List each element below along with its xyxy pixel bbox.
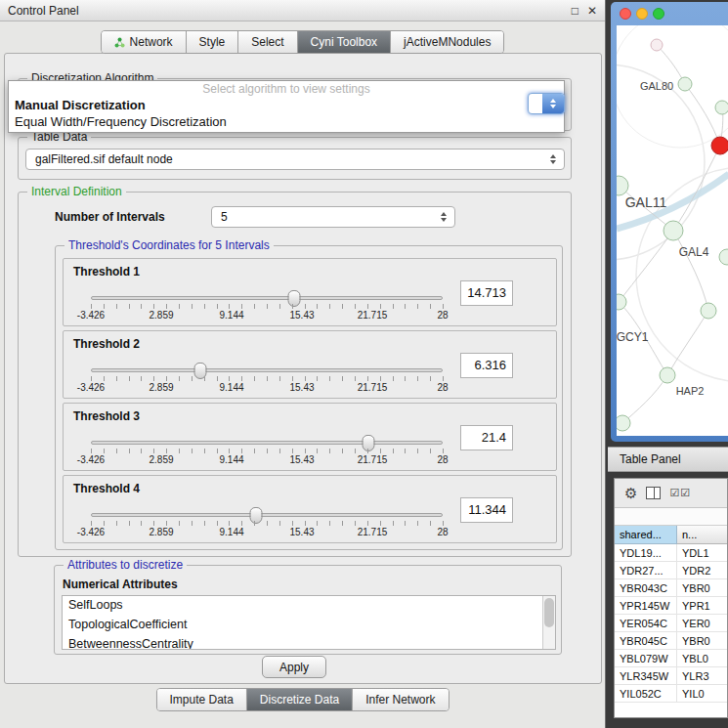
slider-scale: -3.4262.8599.14415.4321.71528	[91, 454, 443, 466]
numerical-attributes-list[interactable]: SelfLoopsTopologicalCoefficientBetweenne…	[62, 595, 556, 650]
column-header-name[interactable]: n...	[677, 526, 727, 544]
close-window-icon[interactable]: ✕	[587, 4, 597, 18]
table-row[interactable]: YDR27...YDR2	[615, 562, 727, 579]
slider-tick-label: 9.144	[219, 310, 243, 321]
list-scrollbar[interactable]	[542, 596, 555, 649]
algorithm-combobox[interactable]	[528, 93, 565, 114]
tab-network[interactable]: Network	[102, 31, 187, 53]
attribute-list-item[interactable]: BetweennessCentrality	[63, 635, 555, 650]
threshold-value-input[interactable]: 11.344	[460, 497, 513, 523]
column-header-shared-name[interactable]: shared...	[615, 526, 677, 544]
node-label: GCY1	[617, 330, 648, 344]
tab-discretize-data[interactable]: Discretize Data	[247, 689, 353, 710]
threshold-slider[interactable]	[91, 296, 443, 300]
threshold-slider[interactable]	[91, 368, 443, 372]
table-cell-name: YLR3	[677, 667, 727, 684]
window-title: Control Panel	[8, 4, 79, 18]
table-toolbar-gap	[615, 508, 727, 526]
table-cell-shared-name: YER054C	[615, 615, 677, 631]
apply-button[interactable]: Apply	[262, 656, 326, 678]
table-rows: YDL19...YDL1YDR27...YDR2YBR043CYBR0YPR14…	[615, 544, 727, 717]
table-cell-name: YDL1	[677, 544, 727, 561]
table-cell-shared-name: YBR043C	[615, 579, 677, 596]
slider-tick-label: 9.144	[219, 454, 243, 465]
table-row[interactable]: YBR045CYBR0	[615, 632, 727, 650]
columns-icon[interactable]	[646, 487, 661, 499]
slider-ticks	[91, 521, 444, 526]
tab-infer-network[interactable]: Infer Network	[353, 689, 448, 710]
arrow-up-icon	[550, 99, 556, 103]
node-label: HAP2	[676, 385, 705, 397]
slider-tick-label: -3.426	[77, 382, 105, 393]
network-window-titlebar[interactable]	[611, 2, 728, 25]
tab-style[interactable]: Style	[187, 31, 239, 53]
tab-label: Style	[199, 35, 226, 49]
tab-label: Cyni Toolbox	[311, 35, 377, 49]
network-canvas[interactable]: GAL80GAL11GAL4GCY1HAP2	[617, 25, 728, 436]
zoom-traffic-light-icon[interactable]	[653, 8, 664, 20]
table-cell-name: YER0	[677, 615, 727, 631]
threshold-value-input[interactable]: 6.316	[460, 353, 513, 378]
threshold-slider[interactable]	[91, 513, 443, 517]
node-label: GAL80	[640, 80, 673, 92]
checkbox-icons[interactable]: ☑☑	[669, 487, 691, 499]
dropdown-option-manual-discretization[interactable]: Manual Discretization	[9, 97, 564, 113]
table-row[interactable]: YPR145WYPR1	[615, 597, 727, 615]
gear-icon[interactable]: ⚙	[624, 485, 637, 502]
close-traffic-light-icon[interactable]	[620, 8, 631, 20]
threshold-1-panel: Threshold 1 -3.4262.8599.14415.4321.7152…	[63, 258, 557, 326]
control-panel-titlebar[interactable]: Control Panel □ ✕	[0, 0, 605, 21]
node-label: GAL11	[625, 194, 667, 210]
threshold-label: Threshold 3	[73, 409, 140, 423]
scrollbar-thumb[interactable]	[544, 598, 554, 627]
attribute-items: SelfLoopsTopologicalCoefficientBetweenne…	[63, 596, 555, 650]
tab-cyni-toolbox[interactable]: Cyni Toolbox	[298, 31, 391, 53]
float-window-icon[interactable]: □	[572, 4, 578, 18]
table-row[interactable]: YBR043CYBR0	[615, 579, 727, 597]
slider-scale: -3.4262.8599.14415.4321.71528	[91, 310, 443, 321]
group-title-thresholds: Threshold's Coordinates for 5 Intervals	[64, 238, 274, 252]
table-cell-name: YPR1	[677, 597, 727, 614]
bottom-tabbar: Impute DataDiscretize DataInfer Network	[155, 688, 449, 711]
slider-scale: -3.4262.8599.14415.4321.71528	[91, 527, 443, 538]
algorithm-dropdown-popup: Select algorithm to view settings Manual…	[8, 80, 565, 133]
dropdown-option-equal-width-frequency[interactable]: Equal Width/Frequency Discretization	[9, 113, 564, 130]
table-row[interactable]: YIL052CYIL0	[615, 685, 727, 703]
threshold-label: Threshold 4	[73, 482, 140, 495]
arrow-up-icon	[550, 154, 556, 158]
combobox-value: 5	[221, 210, 439, 224]
table-panel-titlebar[interactable]: Table Panel	[608, 447, 728, 472]
slider-tick-label: 15.43	[289, 527, 314, 537]
arrow-down-icon	[550, 160, 556, 164]
minimize-traffic-light-icon[interactable]	[636, 8, 648, 20]
desktop: Control Panel □ ✕ NetworkStyleSelectCyni…	[0, 0, 728, 728]
slider-tick-label: -3.426	[77, 527, 105, 537]
attributes-group: Attributes to discretize Numerical Attri…	[54, 565, 562, 655]
tab-label: Impute Data	[169, 693, 233, 707]
combobox-stepper-icon	[439, 212, 449, 222]
table-cell-shared-name: YBR045C	[615, 632, 677, 649]
table-row[interactable]: YER054CYER0	[615, 615, 727, 632]
table-row[interactable]: YDL19...YDL1	[615, 544, 727, 562]
table-cell-shared-name: YDR27...	[615, 562, 677, 578]
table-cell-name: YBL0	[677, 650, 727, 666]
attribute-list-item[interactable]: TopologicalCoefficient	[63, 616, 555, 635]
attribute-list-item[interactable]: SelfLoops	[63, 596, 555, 616]
threshold-value-input[interactable]: 14.713	[460, 280, 513, 306]
tab-impute-data[interactable]: Impute Data	[156, 689, 246, 710]
table-row[interactable]: YLR345WYLR3	[615, 667, 727, 685]
num-intervals-combobox[interactable]: 5	[211, 206, 455, 228]
threshold-value-input[interactable]: 21.4	[460, 425, 513, 450]
numerical-attributes-heading: Numerical Attributes	[63, 578, 178, 591]
threshold-slider[interactable]	[91, 441, 443, 445]
tab-label: Network	[130, 35, 173, 49]
slider-tick-label: 15.43	[289, 454, 314, 465]
tab-jactivemnodules[interactable]: jActiveMNodules	[391, 31, 503, 53]
threshold-3-panel: Threshold 3 -3.4262.8599.14415.4321.7152…	[63, 403, 557, 471]
tab-label: Select	[251, 35, 283, 49]
dropdown-hint: Select algorithm to view settings	[9, 82, 564, 97]
slider-tick-label: 28	[437, 310, 448, 321]
table-row[interactable]: YBL079WYBL0	[615, 650, 727, 667]
tab-select[interactable]: Select	[238, 31, 297, 53]
table-data-combobox[interactable]: galFiltered.sif default node	[25, 149, 565, 170]
